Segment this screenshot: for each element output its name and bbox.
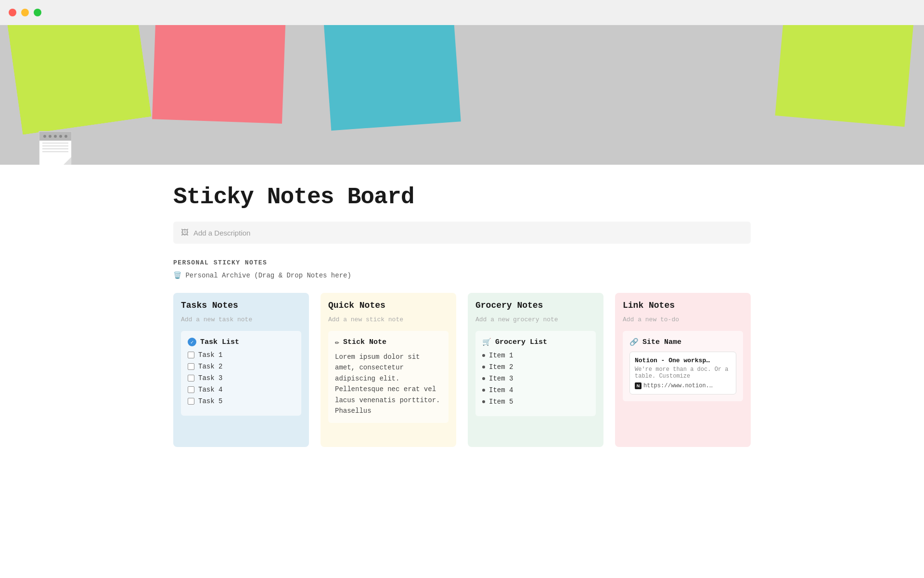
hero-sticky-green-right	[775, 25, 914, 127]
link-notes-add-label[interactable]: Add a new to-do	[623, 316, 743, 323]
grocery-item: Item 5	[482, 398, 589, 406]
maximize-button[interactable]	[34, 9, 41, 16]
tasks-add-label[interactable]: Add a new task note	[181, 316, 301, 323]
stick-note-title: ✏️ Stick Note	[335, 338, 442, 347]
quick-notes-add-label[interactable]: Add a new stick note	[328, 316, 449, 323]
page-title: Sticky Notes Board	[173, 184, 751, 210]
stick-note-body: Lorem ipsum dolor sit amet, consectetur …	[335, 352, 442, 416]
link-card-title: 🔗 Site Name	[629, 338, 736, 347]
link-icon: 🔗	[629, 338, 639, 347]
grocery-item: Item 2	[482, 363, 589, 371]
bullet-icon	[482, 377, 485, 380]
task-list-card: ✓ Task List Task 1 Task 2 Task 3	[181, 331, 301, 416]
hero-sticky-green-left	[7, 25, 151, 135]
link-preview-title: Notion - One worksp…	[635, 357, 731, 364]
grocery-notes-column: Grocery Notes Add a new grocery note 🛒 G…	[468, 293, 603, 447]
hero-sticky-blue	[323, 25, 461, 131]
checkbox-5[interactable]	[188, 398, 194, 405]
checkbox-2[interactable]	[188, 363, 194, 370]
link-preview-desc: We're more than a doc. Or a table. Custo…	[635, 366, 731, 380]
section-label: PERSONAL STICKY NOTES	[173, 259, 751, 266]
quick-notes-column: Quick Notes Add a new stick note ✏️ Stic…	[321, 293, 456, 447]
checkbox-4[interactable]	[188, 386, 194, 393]
description-bar[interactable]: 🖼 Add a Description	[173, 222, 751, 244]
minimize-button[interactable]	[21, 9, 29, 16]
archive-label: 🗑️ Personal Archive (Drag & Drop Notes h…	[173, 271, 751, 279]
titlebar	[0, 0, 924, 25]
link-preview-url[interactable]: N https://www.notion.…	[635, 382, 731, 389]
task-item[interactable]: Task 5	[188, 397, 295, 405]
checkbox-3[interactable]	[188, 375, 194, 381]
task-item[interactable]: Task 3	[188, 374, 295, 382]
grocery-notes-add-label[interactable]: Add a new grocery note	[475, 316, 596, 323]
cart-icon: 🛒	[482, 338, 491, 347]
link-notes-header: Link Notes	[623, 301, 743, 310]
check-circle-icon: ✓	[188, 338, 196, 346]
close-button[interactable]	[9, 9, 16, 16]
pencil-icon: ✏️	[335, 338, 339, 347]
task-item[interactable]: Task 1	[188, 351, 295, 359]
bullet-icon	[482, 354, 485, 357]
notion-icon: N	[635, 382, 642, 389]
grocery-notes-header: Grocery Notes	[475, 301, 596, 310]
link-notes-column: Link Notes Add a new to-do 🔗 Site Name N…	[615, 293, 751, 447]
task-item[interactable]: Task 2	[188, 363, 295, 370]
hero-sticky-pink	[152, 25, 286, 124]
link-preview[interactable]: Notion - One worksp… We're more than a d…	[629, 352, 736, 394]
grocery-list-card: 🛒 Grocery List Item 1 Item 2 Item 3	[475, 331, 596, 416]
notepad-icon	[38, 131, 72, 165]
task-item[interactable]: Task 4	[188, 386, 295, 394]
link-card: 🔗 Site Name Notion - One worksp… We're m…	[623, 331, 743, 401]
description-placeholder[interactable]: Add a Description	[193, 229, 250, 237]
bullet-icon	[482, 400, 485, 403]
bullet-icon	[482, 366, 485, 368]
page-content: Sticky Notes Board 🖼 Add a Description P…	[144, 165, 780, 476]
grocery-item: Item 3	[482, 375, 589, 382]
grocery-list: Item 1 Item 2 Item 3 Item 4	[482, 352, 589, 406]
grocery-list-title: 🛒 Grocery List	[482, 338, 589, 347]
columns-grid: Tasks Notes Add a new task note ✓ Task L…	[173, 293, 751, 447]
quick-notes-header: Quick Notes	[328, 301, 449, 310]
bullet-icon	[482, 389, 485, 392]
tasks-column: Tasks Notes Add a new task note ✓ Task L…	[173, 293, 309, 447]
description-icon: 🖼	[181, 228, 189, 237]
tasks-header: Tasks Notes	[181, 301, 301, 310]
grocery-item: Item 4	[482, 386, 589, 394]
task-list: Task 1 Task 2 Task 3 Task 4	[188, 351, 295, 405]
stick-note-card: ✏️ Stick Note Lorem ipsum dolor sit amet…	[328, 331, 449, 423]
task-list-title: ✓ Task List	[188, 338, 295, 346]
hero-banner	[0, 25, 924, 165]
checkbox-1[interactable]	[188, 352, 194, 358]
grocery-item: Item 1	[482, 352, 589, 359]
